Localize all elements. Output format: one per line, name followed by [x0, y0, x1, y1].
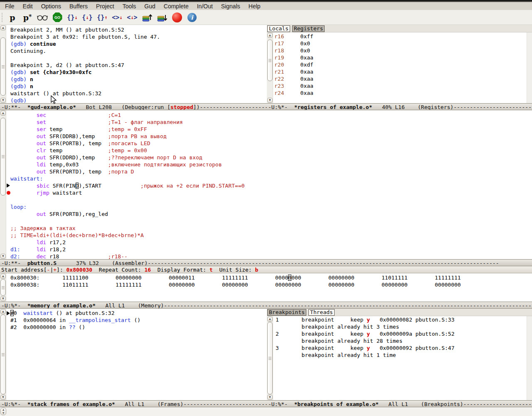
scrollbar-thumb[interactable] — [0, 314, 6, 394]
print-icon[interactable]: p — [6, 11, 19, 24]
source-line: out SFR(DDRD),temp ;??переключаем порт D… — [10, 154, 532, 161]
text-segment: 0x0 — [284, 40, 310, 47]
menu-item-project[interactable]: Project — [92, 3, 118, 10]
menu-item-edit[interactable]: Edit — [19, 3, 37, 10]
gdb-console-pane[interactable]: ▲ ▼ Breakpoint 2, MM () at pbutton.S:52B… — [0, 25, 267, 103]
scrollbar-thumb[interactable] — [267, 40, 273, 81]
scrollbar-thumb[interactable] — [267, 322, 273, 394]
text-segment — [10, 161, 37, 168]
watch-expression-icon[interactable] — [36, 11, 49, 24]
next-line-icon[interactable]: {↓} — [81, 11, 94, 24]
text-segment — [46, 119, 108, 125]
menu-item-options[interactable]: Options — [37, 3, 65, 10]
tab-breakpoints[interactable]: Breakpoints — [267, 309, 306, 316]
memory-pane[interactable]: ▲ ▼ 0x800030:111111000000000000000011111… — [0, 273, 532, 302]
scrollbar-up-button[interactable]: ▲ — [267, 317, 273, 322]
scrollbar-down-button[interactable]: ▼ — [267, 395, 273, 400]
step-instruction-icon[interactable]: <>↓ — [111, 11, 123, 24]
text-segment — [10, 147, 37, 154]
finish-function-icon[interactable]: {}↑ — [96, 11, 108, 24]
text-segment: SFR(PIN — [49, 183, 76, 189]
scrollbar[interactable]: ▲ ▼ — [267, 32, 273, 103]
menu-item-tools[interactable]: Tools — [118, 3, 140, 10]
text-segment: ldi — [37, 239, 46, 245]
buffer-link[interactable]: ?? — [69, 324, 76, 330]
scrollbar-thumb[interactable] — [0, 37, 6, 96]
text-segment: out — [37, 168, 46, 175]
menu-item-file[interactable]: File — [1, 3, 19, 10]
scrollbar-down-button[interactable]: ▼ — [267, 98, 273, 103]
toolbar-grip[interactable] — [1, 13, 4, 22]
stop-icon[interactable] — [171, 11, 183, 24]
scrollbar-down-button[interactable]: ▼ — [0, 254, 6, 259]
menu-item-help[interactable]: Help — [244, 3, 265, 10]
scrollbar[interactable]: ▲ ▼ — [267, 316, 273, 400]
buffer-link[interactable]: loop: — [10, 204, 27, 210]
text-segment: ldi — [37, 246, 46, 253]
text-segment — [10, 218, 14, 224]
menu-item-buffers[interactable]: Buffers — [65, 3, 92, 10]
text-segment: All L1 (Frames)-------------------------… — [115, 401, 267, 407]
scrollbar[interactable]: ▲ ▼ — [0, 273, 6, 302]
text-segment: r22 — [274, 76, 284, 82]
menu-item-signals[interactable]: Signals — [217, 3, 244, 10]
buffer-link[interactable]: d1: — [10, 246, 20, 253]
scrollbar[interactable]: ▲ ▼ — [0, 110, 6, 259]
down-stack-frame-icon[interactable] — [156, 11, 168, 24]
scrollbar[interactable]: ▲ ▼ — [0, 25, 6, 103]
scrollbar-thumb[interactable] — [0, 279, 6, 296]
step-line-icon[interactable]: {}↓ — [66, 11, 79, 24]
scrollbar-up-button[interactable]: ▲ — [0, 309, 6, 314]
scrollbar[interactable]: ▲ ▼ — [0, 309, 6, 400]
text-segment — [10, 239, 37, 245]
scrollbar-down-button[interactable]: ▼ — [0, 296, 6, 301]
registers-pane[interactable]: Locals Registers ▲ ▼ r15 0xaar16 0xffr17… — [267, 25, 532, 103]
register-row: r22 0xaa — [274, 75, 532, 82]
menu-item-in-out[interactable]: In/Out — [193, 3, 217, 10]
echo-area[interactable]: ▲▼ — [0, 407, 532, 416]
info-icon[interactable]: i — [186, 11, 198, 24]
up-stack-frame-icon[interactable] — [141, 11, 153, 24]
text-segment: 0x00000082 pbutton.S:33 — [370, 317, 455, 323]
scrollbar-up-button[interactable]: ▲ — [0, 274, 6, 279]
menu-item-gud[interactable]: Gud — [140, 3, 159, 10]
scrollbar-down-button[interactable]: ▼ — [0, 98, 6, 103]
scrollbar-up-button[interactable]: ▲ — [0, 111, 6, 116]
scrollbar-down-button[interactable]: ▼ — [0, 395, 6, 400]
stack-frames-pane[interactable]: ▲ ▼ #0 waitstart () at pbutton.S:32#1 0x… — [0, 309, 267, 400]
source-line: ldi r17,2 — [10, 239, 532, 246]
register-row: r24 0xaa — [274, 89, 532, 97]
tab-locals[interactable]: Locals — [267, 25, 290, 32]
text-segment: ;прыжок на +2 если PIND.START==0 — [140, 183, 244, 189]
source-pane[interactable]: ▲ ▼ sec ;C=1 set ;T=1 - флаг направления… — [0, 110, 532, 259]
tab-registers[interactable]: Registers — [292, 25, 325, 32]
run-continue-icon[interactable]: GO — [51, 11, 64, 24]
text-segment — [10, 183, 37, 189]
text-segment — [20, 246, 36, 253]
breakpoints-pane[interactable]: Breakpoints Threads ▲ ▼ Num Type Disp En… — [267, 309, 532, 400]
scrollbar-thumb[interactable] — [0, 118, 6, 196]
text-segment: b — [255, 267, 259, 273]
scrollbar-up-button[interactable]: ▲ — [0, 25, 6, 30]
print-dereference-icon[interactable]: p* — [21, 11, 34, 24]
buffer-link[interactable]: waitstart: — [10, 176, 43, 182]
source-line: sbic SFR(PIND),START ;прыжок на +2 если … — [10, 182, 532, 189]
text-segment: 0xff — [284, 33, 313, 40]
text-segment: Breakpoint 3 at 0x92: file pbutton.S, li… — [10, 34, 160, 40]
breakpoint-dot-icon[interactable] — [7, 191, 10, 195]
text-segment: (gdb) — [10, 69, 30, 75]
tab-threads[interactable]: Threads — [308, 309, 335, 316]
menu-item-complete[interactable]: Complete — [160, 3, 193, 10]
text-segment: (gdb) — [10, 76, 30, 82]
text-segment: *memory of example.o* — [27, 302, 96, 309]
text-segment: 0xaa — [284, 54, 313, 61]
buffer-link[interactable]: waitstart — [23, 310, 52, 316]
memory-header-line[interactable]: Start address[-|+]: 0x800030 Repeat Coun… — [0, 266, 532, 273]
console-line: (gdb) n — [10, 76, 267, 83]
scrollbar-up-button[interactable]: ▲ — [267, 33, 273, 38]
source-line: out SFR(PORTB),reg_led — [10, 210, 532, 218]
buffer-link[interactable]: d2: — [10, 253, 20, 259]
next-instruction-icon[interactable]: <↓> — [126, 11, 138, 24]
buffer-link[interactable]: __trampolines_start — [69, 317, 131, 323]
minibuffer-scroll-widget[interactable]: ▲▼ — [0, 408, 6, 415]
